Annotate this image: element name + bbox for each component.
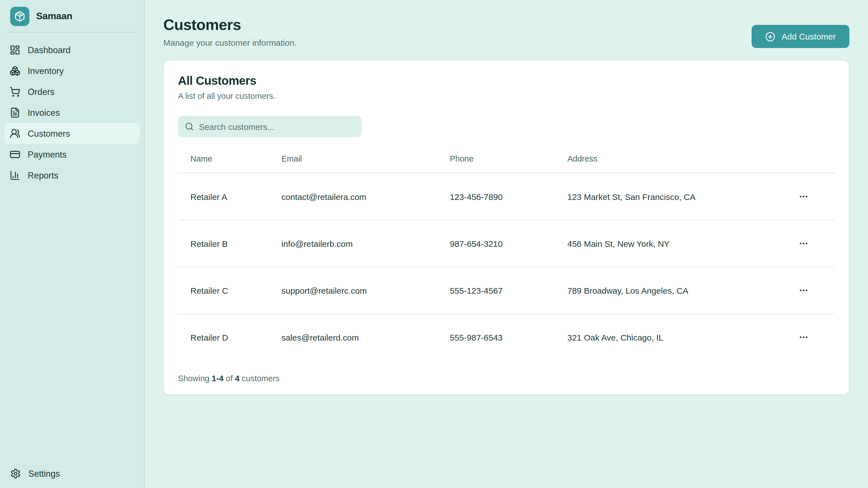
sidebar-brand: Samaan [0, 0, 144, 32]
page-header-text: Customers Manage your customer informati… [163, 16, 297, 48]
cell-actions [773, 173, 835, 220]
payments-icon [10, 149, 20, 160]
add-customer-label: Add Customer [781, 32, 836, 41]
page-header: Customers Manage your customer informati… [163, 16, 849, 48]
add-customer-button[interactable]: Add Customer [752, 25, 849, 48]
cell-address: 789 Broadway, Los Angeles, CA [555, 267, 773, 314]
column-header-address: Address [555, 149, 773, 173]
cell-actions [773, 314, 835, 360]
plus-circle-icon [765, 31, 775, 41]
search-input[interactable] [178, 116, 362, 137]
brand-logo [10, 7, 29, 26]
cell-name: Retailer D [178, 314, 269, 360]
sidebar-nav: DashboardInventoryOrdersInvoicesCustomer… [0, 33, 144, 468]
row-actions-button[interactable] [794, 283, 813, 298]
dashboard-icon [10, 44, 20, 55]
main-content: Customers Manage your customer informati… [145, 0, 868, 488]
page-subtitle: Manage your customer information. [163, 38, 297, 48]
cell-email: contact@retailera.com [269, 173, 437, 220]
ellipsis-icon [799, 238, 809, 249]
sidebar-item-label: Payments [28, 150, 67, 160]
table-row: Retailer Dsales@retailerd.com555-987-654… [178, 314, 835, 360]
cell-phone: 987-654-3210 [437, 220, 555, 267]
cell-address: 123 Market St, San Francisco, CA [555, 173, 773, 220]
customers-icon [10, 128, 20, 139]
brand-name: Samaan [36, 11, 72, 22]
sidebar-item-invoices[interactable]: Invoices [4, 102, 140, 123]
cell-actions [773, 267, 835, 314]
pagination-prefix: Showing [178, 374, 209, 383]
sidebar-item-payments[interactable]: Payments [4, 144, 140, 165]
cell-address: 321 Oak Ave, Chicago, IL [555, 314, 773, 360]
cell-name: Retailer C [178, 267, 269, 314]
customers-table: NameEmailPhoneAddress Retailer Acontact@… [178, 149, 835, 360]
page-title: Customers [163, 16, 297, 34]
row-actions-button[interactable] [794, 189, 813, 204]
card-title: All Customers [178, 74, 835, 88]
ellipsis-icon [799, 285, 809, 295]
column-header-phone: Phone [437, 149, 555, 173]
sidebar-item-dashboard[interactable]: Dashboard [4, 39, 140, 60]
search-icon [185, 122, 194, 131]
sidebar-item-inventory[interactable]: Inventory [4, 60, 140, 82]
orders-icon [10, 87, 20, 97]
sidebar: Samaan DashboardInventoryOrdersInvoicesC… [0, 0, 145, 488]
cell-name: Retailer B [178, 220, 269, 267]
sidebar-item-settings[interactable]: Settings [0, 468, 144, 488]
sidebar-item-orders[interactable]: Orders [4, 82, 140, 102]
column-header-email: Email [269, 149, 437, 173]
search-box [178, 116, 362, 137]
app-root: Samaan DashboardInventoryOrdersInvoicesC… [0, 0, 868, 488]
ellipsis-icon [799, 332, 809, 342]
cell-address: 456 Main St, New York, NY [555, 220, 773, 267]
sidebar-item-label: Invoices [28, 107, 60, 118]
table-row: Retailer Binfo@retailerb.com987-654-3210… [178, 220, 835, 267]
card-subtitle: A list of all your customers. [178, 92, 835, 101]
pagination-total: 4 [235, 374, 240, 383]
sidebar-item-label: Orders [28, 87, 55, 97]
row-actions-button[interactable] [794, 330, 813, 345]
column-header-actions [773, 149, 835, 173]
cell-phone: 555-123-4567 [437, 267, 555, 314]
cell-actions [773, 220, 835, 267]
cell-email: info@retailerb.com [269, 220, 437, 267]
package-icon [14, 11, 25, 22]
table-row: Retailer Acontact@retailera.com123-456-7… [178, 173, 835, 220]
cell-email: sales@retailerd.com [269, 314, 437, 360]
inventory-icon [10, 66, 20, 76]
cell-email: support@retailerc.com [269, 267, 437, 314]
sidebar-item-label: Inventory [28, 66, 64, 76]
invoices-icon [10, 107, 20, 118]
reports-icon [10, 170, 20, 181]
pagination-middle: of [226, 374, 232, 383]
cell-phone: 555-987-6543 [437, 314, 555, 360]
sidebar-item-label: Reports [28, 170, 59, 181]
sidebar-item-customers[interactable]: Customers [4, 123, 140, 144]
cell-name: Retailer A [178, 173, 269, 220]
gear-icon [10, 468, 21, 479]
pagination-suffix: customers [242, 374, 280, 383]
column-header-name: Name [178, 149, 269, 173]
table-row: Retailer Csupport@retailerc.com555-123-4… [178, 267, 835, 314]
table-header-row: NameEmailPhoneAddress [178, 149, 835, 173]
sidebar-item-reports[interactable]: Reports [4, 165, 140, 186]
row-actions-button[interactable] [794, 236, 813, 251]
sidebar-item-label: Customers [28, 129, 70, 139]
settings-label: Settings [28, 468, 60, 479]
pagination-summary: Showing 1-4 of 4 customers [178, 374, 835, 383]
ellipsis-icon [799, 192, 809, 202]
customers-card: All Customers A list of all your custome… [163, 60, 849, 395]
cell-phone: 123-456-7890 [437, 173, 555, 220]
pagination-range: 1-4 [212, 374, 223, 383]
sidebar-item-label: Dashboard [28, 45, 71, 55]
